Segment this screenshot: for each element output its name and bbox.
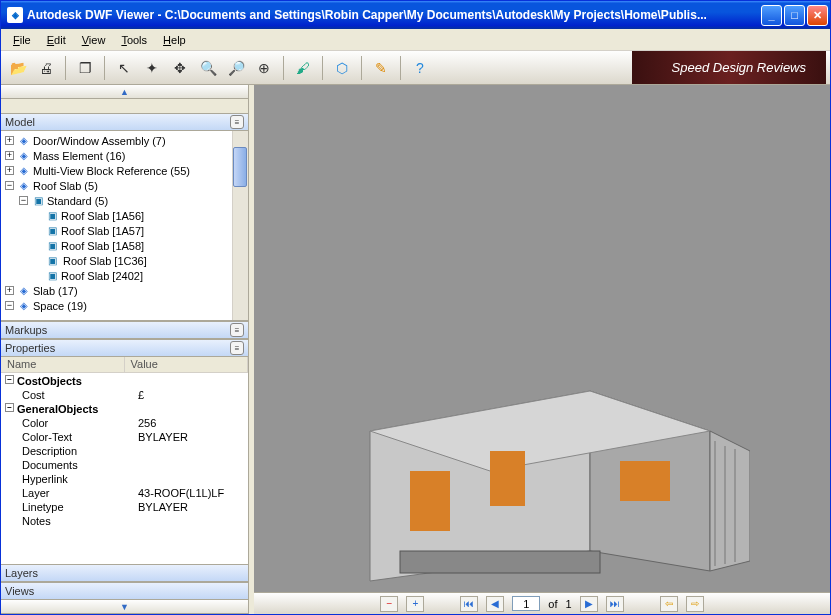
separator bbox=[361, 56, 362, 80]
prop-name: Color bbox=[18, 417, 138, 431]
tree-item[interactable]: Slab (17) bbox=[33, 285, 78, 297]
navigation-bar: − + ⏮ ◀ of 1 ▶ ⏭ ⇦ ⇨ bbox=[254, 592, 830, 614]
maximize-button[interactable]: □ bbox=[784, 5, 805, 26]
separator bbox=[283, 56, 284, 80]
first-page-button[interactable]: ⏮ bbox=[460, 596, 478, 612]
close-button[interactable]: ✕ bbox=[807, 5, 828, 26]
collapse-icon[interactable]: − bbox=[5, 375, 14, 384]
tree-item[interactable]: Mass Element (16) bbox=[33, 150, 125, 162]
zoom-out-button[interactable]: − bbox=[380, 596, 398, 612]
menubar: File Edit View Tools Help bbox=[1, 29, 830, 51]
tree-item[interactable]: Roof Slab [1A57] bbox=[61, 225, 144, 237]
separator bbox=[65, 56, 66, 80]
panel-menu-icon[interactable]: ≡ bbox=[230, 115, 244, 129]
tree-item[interactable]: Roof Slab [1A56] bbox=[61, 210, 144, 222]
forward-button[interactable]: ⇨ bbox=[686, 596, 704, 612]
titlebar[interactable]: ◈ Autodesk DWF Viewer - C:\Documents and… bbox=[1, 1, 830, 29]
prop-name: Description bbox=[18, 445, 138, 459]
sheet-icon: ▣ bbox=[45, 255, 59, 267]
zoom-rect-button[interactable]: 🔍 bbox=[195, 55, 221, 81]
prop-group[interactable]: GeneralObjects bbox=[17, 403, 98, 417]
sheet-icon: ▣ bbox=[45, 225, 59, 237]
collapse-icon[interactable]: − bbox=[5, 301, 14, 310]
collapse-handle[interactable]: ▲ bbox=[1, 85, 248, 99]
collapse-icon[interactable]: − bbox=[5, 403, 14, 412]
next-page-button[interactable]: ▶ bbox=[580, 596, 598, 612]
menu-help[interactable]: Help bbox=[155, 32, 194, 48]
menu-file[interactable]: File bbox=[5, 32, 39, 48]
panel-header-markups[interactable]: Markups ≡ bbox=[1, 321, 248, 339]
panel-header-views[interactable]: Views bbox=[1, 582, 248, 600]
panel-header-layers[interactable]: Layers bbox=[1, 564, 248, 582]
model-tree[interactable]: +◈Door/Window Assembly (7) +◈Mass Elemen… bbox=[1, 131, 248, 321]
prop-name: Cost bbox=[18, 389, 138, 403]
prop-value bbox=[138, 459, 248, 473]
col-value[interactable]: Value bbox=[125, 357, 249, 372]
main-area: ▲ Model ≡ +◈Door/Window Assembly (7) +◈M… bbox=[1, 85, 830, 614]
collapse-handle[interactable]: ▼ bbox=[1, 600, 248, 614]
back-button[interactable]: ⇦ bbox=[660, 596, 678, 612]
tree-item[interactable]: Roof Slab [1A58] bbox=[61, 240, 144, 252]
panel-menu-icon[interactable]: ≡ bbox=[230, 323, 244, 337]
3d-button[interactable]: ⬡ bbox=[329, 55, 355, 81]
banner: Speed Design Reviews bbox=[632, 51, 826, 84]
tree-item[interactable]: Space (19) bbox=[33, 300, 87, 312]
scroll-thumb[interactable] bbox=[233, 147, 247, 187]
cube-icon: ◈ bbox=[17, 150, 31, 162]
print-button[interactable]: 🖨 bbox=[33, 55, 59, 81]
prop-value: 256 bbox=[138, 417, 248, 431]
properties-grid[interactable]: −CostObjects Cost£ −GeneralObjects Color… bbox=[1, 373, 248, 564]
svg-marker-7 bbox=[710, 431, 750, 571]
panel-header-properties[interactable]: Properties ≡ bbox=[1, 339, 248, 357]
prop-name: Notes bbox=[18, 515, 138, 529]
expand-icon[interactable]: + bbox=[5, 151, 14, 160]
svg-rect-3 bbox=[410, 471, 450, 531]
collapse-icon[interactable]: − bbox=[5, 181, 14, 190]
prop-group[interactable]: CostObjects bbox=[17, 375, 82, 389]
last-page-button[interactable]: ⏭ bbox=[606, 596, 624, 612]
tree-item[interactable]: Roof Slab (5) bbox=[33, 180, 98, 192]
prev-page-button[interactable]: ◀ bbox=[486, 596, 504, 612]
menu-edit[interactable]: Edit bbox=[39, 32, 74, 48]
house-model bbox=[310, 351, 750, 592]
3d-view[interactable]: Y X bbox=[254, 85, 830, 592]
select-button[interactable]: ↖ bbox=[111, 55, 137, 81]
panel-header-model[interactable]: Model ≡ bbox=[1, 113, 248, 131]
menu-view[interactable]: View bbox=[74, 32, 114, 48]
minimize-button[interactable]: _ bbox=[761, 5, 782, 26]
prop-name: Linetype bbox=[18, 501, 138, 515]
expand-icon[interactable]: + bbox=[5, 286, 14, 295]
panel-title: Properties bbox=[5, 342, 55, 354]
tree-item[interactable]: Roof Slab [2402] bbox=[61, 270, 143, 282]
collapse-icon[interactable]: − bbox=[19, 196, 28, 205]
svg-rect-5 bbox=[620, 461, 670, 501]
zoom-fit-button[interactable]: ⊕ bbox=[251, 55, 277, 81]
page-input[interactable] bbox=[512, 596, 540, 611]
prop-value bbox=[138, 445, 248, 459]
menu-tools[interactable]: Tools bbox=[113, 32, 155, 48]
expand-icon[interactable]: + bbox=[5, 136, 14, 145]
render-button[interactable]: 🖌 bbox=[290, 55, 316, 81]
zoom-in-button[interactable]: + bbox=[406, 596, 424, 612]
pan-button[interactable]: ✥ bbox=[167, 55, 193, 81]
options-button[interactable]: ✎ bbox=[368, 55, 394, 81]
scrollbar[interactable] bbox=[232, 131, 248, 320]
orbit-button[interactable]: ✦ bbox=[139, 55, 165, 81]
tree-item-selected[interactable]: Roof Slab [1C36] bbox=[61, 255, 149, 267]
tree-item[interactable]: Standard (5) bbox=[47, 195, 108, 207]
toolbar: 📂 🖨 ❐ ↖ ✦ ✥ 🔍 🔎 ⊕ 🖌 ⬡ ✎ ? Speed Design R… bbox=[1, 51, 830, 85]
panel-menu-icon[interactable]: ≡ bbox=[230, 341, 244, 355]
panel-title: Model bbox=[5, 116, 35, 128]
help-button[interactable]: ? bbox=[407, 55, 433, 81]
copy-button[interactable]: ❐ bbox=[72, 55, 98, 81]
zoom-button[interactable]: 🔎 bbox=[223, 55, 249, 81]
col-name[interactable]: Name bbox=[1, 357, 125, 372]
svg-rect-6 bbox=[400, 551, 600, 573]
open-button[interactable]: 📂 bbox=[5, 55, 31, 81]
prop-value bbox=[138, 473, 248, 487]
prop-name: Layer bbox=[18, 487, 138, 501]
tree-item[interactable]: Door/Window Assembly (7) bbox=[33, 135, 166, 147]
tree-item[interactable]: Multi-View Block Reference (55) bbox=[33, 165, 190, 177]
expand-icon[interactable]: + bbox=[5, 166, 14, 175]
app-icon: ◈ bbox=[7, 7, 23, 23]
